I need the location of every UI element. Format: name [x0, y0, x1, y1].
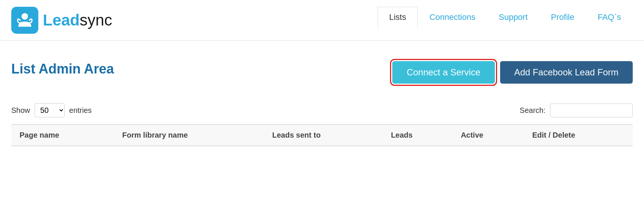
tab-support[interactable]: Support	[487, 7, 539, 28]
entries-select[interactable]: 50 10 25 100	[35, 103, 65, 117]
logo-svg	[15, 10, 35, 30]
svg-point-0	[21, 13, 28, 20]
search-area: Search:	[520, 104, 633, 117]
logo-sync: sync	[80, 11, 112, 29]
header: Leadsync Lists Connections Support Profi…	[0, 0, 644, 41]
col-edit-delete: Edit / Delete	[524, 124, 633, 146]
tab-connections[interactable]: Connections	[418, 7, 487, 28]
tab-lists[interactable]: Lists	[378, 7, 418, 28]
col-leads: Leads	[382, 124, 452, 146]
col-leads-sent-to: Leads sent to	[264, 124, 383, 146]
page-title: List Admin Area	[11, 61, 114, 77]
main-content: List Admin Area Connect a Service Add Fa…	[0, 41, 644, 146]
col-active: Active	[452, 124, 524, 146]
logo-icon	[11, 7, 38, 34]
action-buttons: Connect a Service Add Facebook Lead Form	[392, 61, 633, 84]
col-page-name: Page name	[11, 124, 114, 146]
leads-table: Page name Form library name Leads sent t…	[11, 124, 633, 146]
entries-label: entries	[69, 106, 92, 115]
table-header-row: Page name Form library name Leads sent t…	[11, 124, 633, 146]
col-form-library-name: Form library name	[114, 124, 264, 146]
table-controls: Show 50 10 25 100 entries Search:	[11, 103, 633, 117]
logo: Leadsync	[11, 7, 112, 40]
show-label: Show	[11, 106, 30, 115]
search-label: Search:	[520, 106, 546, 115]
table-header: Page name Form library name Leads sent t…	[11, 124, 633, 146]
logo-text: Leadsync	[43, 11, 112, 29]
add-facebook-lead-form-button[interactable]: Add Facebook Lead Form	[500, 61, 633, 84]
logo-lead: Lead	[43, 11, 80, 29]
nav-tabs: Lists Connections Support Profile FAQ`s	[378, 7, 633, 28]
tab-faqs[interactable]: FAQ`s	[586, 7, 633, 28]
search-input[interactable]	[550, 104, 633, 117]
tab-profile[interactable]: Profile	[539, 7, 586, 28]
show-entries-control: Show 50 10 25 100 entries	[11, 103, 92, 117]
connect-service-button[interactable]: Connect a Service	[392, 61, 494, 84]
